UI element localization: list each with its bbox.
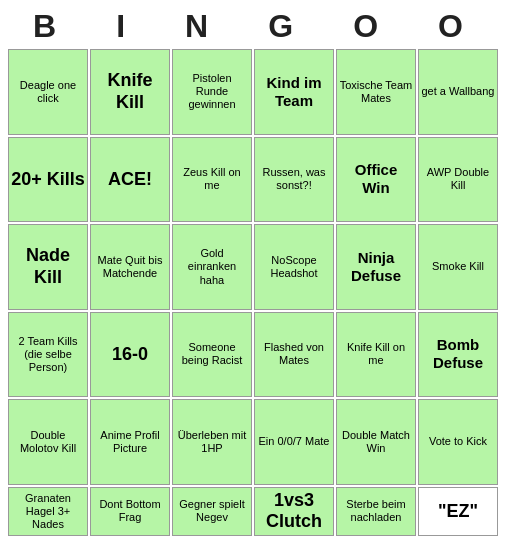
- cell-32[interactable]: Gegner spielt Negev: [172, 487, 252, 536]
- cell-text-35: "EZ": [438, 501, 478, 523]
- cell-6[interactable]: 20+ Kills: [8, 137, 88, 223]
- cell-text-17: Smoke Kill: [432, 260, 484, 273]
- cell-text-28: Double Match Win: [339, 429, 413, 455]
- title-o1: O: [353, 8, 388, 45]
- cell-text-21: Flashed von Mates: [257, 341, 331, 367]
- cell-text-3: Kind im Team: [257, 74, 331, 110]
- cell-18[interactable]: 2 Team Kills (die selbe Person): [8, 312, 88, 398]
- cell-text-14: Gold einranken haha: [175, 247, 249, 287]
- cell-22[interactable]: Knife Kill on me: [336, 312, 416, 398]
- cell-text-23: Bomb Defuse: [421, 336, 495, 372]
- cell-20[interactable]: Someone being Racist: [172, 312, 252, 398]
- cell-5[interactable]: get a Wallbang: [418, 49, 498, 135]
- title-o2: O: [438, 8, 473, 45]
- cell-text-33: 1vs3 Clutch: [257, 490, 331, 533]
- cell-8[interactable]: Zeus Kill on me: [172, 137, 252, 223]
- cell-11[interactable]: AWP Double Kill: [418, 137, 498, 223]
- cell-text-10: Office Win: [339, 161, 413, 197]
- cell-text-5: get a Wallbang: [422, 85, 495, 98]
- cell-35[interactable]: "EZ": [418, 487, 498, 536]
- title-b: B: [33, 8, 66, 45]
- cell-9[interactable]: Russen, was sonst?!: [254, 137, 334, 223]
- cell-text-31: Dont Bottom Frag: [93, 498, 167, 524]
- title-g: G: [268, 8, 303, 45]
- cell-text-8: Zeus Kill on me: [175, 166, 249, 192]
- cell-text-4: Toxische Team Mates: [339, 79, 413, 105]
- cell-text-20: Someone being Racist: [175, 341, 249, 367]
- cell-text-24: Double Molotov Kill: [11, 429, 85, 455]
- cell-0[interactable]: Deagle one click: [8, 49, 88, 135]
- cell-33[interactable]: 1vs3 Clutch: [254, 487, 334, 536]
- cell-text-15: NoScope Headshot: [257, 254, 331, 280]
- cell-text-25: Anime Profil Picture: [93, 429, 167, 455]
- cell-1[interactable]: Knife Kill: [90, 49, 170, 135]
- cell-text-34: Sterbe beim nachladen: [339, 498, 413, 524]
- cell-14[interactable]: Gold einranken haha: [172, 224, 252, 310]
- cell-text-2: Pistolen Runde gewinnen: [175, 72, 249, 112]
- cell-12[interactable]: Nade Kill: [8, 224, 88, 310]
- cell-34[interactable]: Sterbe beim nachladen: [336, 487, 416, 536]
- cell-16[interactable]: Ninja Defuse: [336, 224, 416, 310]
- cell-text-6: 20+ Kills: [11, 169, 85, 191]
- cell-17[interactable]: Smoke Kill: [418, 224, 498, 310]
- cell-27[interactable]: Ein 0/0/7 Mate: [254, 399, 334, 485]
- cell-text-12: Nade Kill: [11, 245, 85, 288]
- cell-text-32: Gegner spielt Negev: [175, 498, 249, 524]
- bingo-title: B I N G O O: [8, 8, 498, 45]
- title-i: I: [116, 8, 135, 45]
- cell-2[interactable]: Pistolen Runde gewinnen: [172, 49, 252, 135]
- cell-text-9: Russen, was sonst?!: [257, 166, 331, 192]
- cell-text-29: Vote to Kick: [429, 435, 487, 448]
- cell-text-22: Knife Kill on me: [339, 341, 413, 367]
- cell-text-1: Knife Kill: [93, 70, 167, 113]
- cell-7[interactable]: ACE!: [90, 137, 170, 223]
- cell-text-0: Deagle one click: [11, 79, 85, 105]
- cell-29[interactable]: Vote to Kick: [418, 399, 498, 485]
- cell-text-7: ACE!: [108, 169, 152, 191]
- cell-3[interactable]: Kind im Team: [254, 49, 334, 135]
- cell-25[interactable]: Anime Profil Picture: [90, 399, 170, 485]
- cell-text-16: Ninja Defuse: [339, 249, 413, 285]
- cell-text-19: 16-0: [112, 344, 148, 366]
- cell-text-27: Ein 0/0/7 Mate: [259, 435, 330, 448]
- cell-text-13: Mate Quit bis Matchende: [93, 254, 167, 280]
- cell-text-26: Überleben mit 1HP: [175, 429, 249, 455]
- cell-24[interactable]: Double Molotov Kill: [8, 399, 88, 485]
- cell-10[interactable]: Office Win: [336, 137, 416, 223]
- cell-15[interactable]: NoScope Headshot: [254, 224, 334, 310]
- cell-text-11: AWP Double Kill: [421, 166, 495, 192]
- title-n: N: [185, 8, 218, 45]
- cell-31[interactable]: Dont Bottom Frag: [90, 487, 170, 536]
- cell-26[interactable]: Überleben mit 1HP: [172, 399, 252, 485]
- bingo-grid: Deagle one clickKnife KillPistolen Runde…: [8, 49, 498, 536]
- cell-28[interactable]: Double Match Win: [336, 399, 416, 485]
- cell-21[interactable]: Flashed von Mates: [254, 312, 334, 398]
- cell-30[interactable]: Granaten Hagel 3+ Nades: [8, 487, 88, 536]
- cell-4[interactable]: Toxische Team Mates: [336, 49, 416, 135]
- cell-13[interactable]: Mate Quit bis Matchende: [90, 224, 170, 310]
- cell-text-18: 2 Team Kills (die selbe Person): [11, 335, 85, 375]
- cell-19[interactable]: 16-0: [90, 312, 170, 398]
- cell-23[interactable]: Bomb Defuse: [418, 312, 498, 398]
- cell-text-30: Granaten Hagel 3+ Nades: [11, 492, 85, 532]
